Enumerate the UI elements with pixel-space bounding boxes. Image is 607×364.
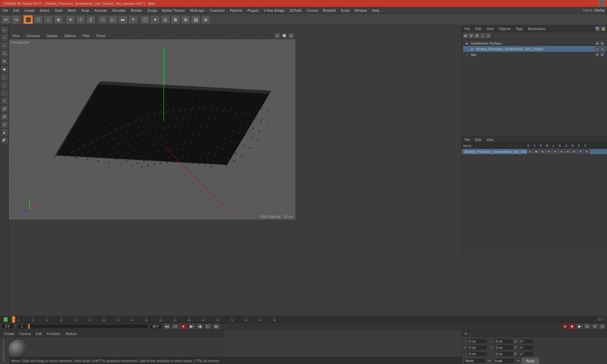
viewport-canvas[interactable]: View Cameras Display Options Filter Pane…	[9, 32, 295, 220]
menu-motion-tracker[interactable]: Motion Tracker	[159, 7, 187, 14]
keyframe-red-button[interactable]: ●	[562, 324, 568, 329]
record-button[interactable]: ●	[180, 324, 187, 329]
coord-h-field[interactable]: 0 °	[519, 339, 533, 344]
sidebar-move-tool[interactable]: ▷	[1, 26, 8, 33]
rp-icon-5[interactable]: ≡	[486, 33, 491, 38]
restore-button[interactable]: □	[599, 1, 604, 6]
attr-m-btn[interactable]: ●	[546, 149, 552, 154]
coord-z-rot-field[interactable]: 0 cm	[494, 351, 513, 356]
vp-lock-button[interactable]: 🔲	[281, 33, 287, 39]
menu-3dtall[interactable]: 3DToAll	[287, 7, 304, 14]
loop-button[interactable]: ↺	[591, 324, 598, 329]
play-reverse-button[interactable]: ◀	[196, 324, 203, 329]
attr-r-btn[interactable]: ●	[540, 149, 545, 154]
rp-lock-icon[interactable]: 🔒	[601, 26, 606, 31]
tree-item-subdivision[interactable]: ◆ Subdivision Surface ● ●	[463, 40, 606, 46]
coord-b-field[interactable]: 0 °	[519, 351, 533, 356]
menu-corona[interactable]: Corona	[304, 7, 320, 14]
attr-l-btn[interactable]: ●	[552, 149, 558, 154]
coord-p-field[interactable]: 0 °	[519, 345, 533, 350]
sidebar-poly-tool[interactable]: ⬡	[1, 50, 8, 57]
tree-item-sky[interactable]: ○ Sky ● ●	[463, 52, 606, 58]
menu-render[interactable]: Render	[128, 7, 145, 14]
render-active-button[interactable]: ▷	[108, 15, 118, 24]
menu-create[interactable]: Create	[22, 7, 37, 14]
menu-sculpt[interactable]: Sculpt	[145, 7, 160, 14]
menu-simulate[interactable]: Simulate	[110, 7, 128, 14]
end-frame-field[interactable]: 90 F	[150, 324, 162, 329]
tree-vis-sky[interactable]: ●	[595, 52, 599, 57]
sidebar-spline-tool[interactable]: ⋯	[1, 89, 8, 97]
fx-button[interactable]: ✿	[171, 15, 180, 24]
mat-menu-function[interactable]: Function	[46, 331, 61, 336]
rp-search-icon[interactable]: 🔍	[595, 26, 600, 31]
menu-pipeline[interactable]: Pipeline	[227, 7, 245, 14]
select-rect-button[interactable]: ⬡	[34, 15, 43, 24]
attr-v-btn[interactable]: ■	[533, 149, 539, 154]
tree-lock-sky[interactable]: ●	[600, 52, 604, 57]
rp-menu-tags[interactable]: Tags	[514, 26, 524, 31]
timeline-ruler[interactable]: 0 5 10 15 20 25 30 35 40 45 50 55 60 65 …	[11, 316, 594, 323]
tree-lock-subdivision[interactable]: ●	[600, 41, 604, 46]
menu-select[interactable]: Select	[37, 7, 52, 14]
material-button[interactable]: ⬡	[140, 15, 150, 24]
coord-x-rot-field[interactable]: 0 cm	[494, 339, 513, 344]
sidebar-circle-tool[interactable]: ○	[1, 42, 8, 49]
mat-menu-corona[interactable]: Corona	[18, 331, 32, 336]
rp-menu-bookmarks[interactable]: Bookmarks	[527, 26, 547, 31]
attr-x-btn[interactable]: ●	[584, 149, 590, 154]
light-button[interactable]: ✦	[150, 15, 160, 24]
attr-menu-edit[interactable]: Edit	[474, 137, 482, 142]
coord-world-dropdown[interactable]: World	[464, 358, 486, 364]
attr-s-btn[interactable]: ●	[527, 149, 533, 154]
undo-button[interactable]: ↩	[1, 15, 11, 24]
rp-icon-4[interactable]: ↕	[480, 33, 485, 38]
vp-config-button[interactable]: ≡	[288, 33, 294, 39]
menu-character[interactable]: Character	[207, 7, 227, 14]
rp-menu-edit[interactable]: Edit	[474, 26, 482, 31]
sidebar-point-tool[interactable]: ◆	[1, 65, 8, 73]
sidebar-edge-tool[interactable]: ⌂	[1, 73, 8, 81]
sidebar-add-tool[interactable]: ⊕	[1, 58, 8, 65]
settings-transport-button[interactable]: ≡	[599, 324, 606, 329]
tree-vis-screwdriver[interactable]: ●	[595, 47, 599, 51]
render-to-po-button[interactable]: ⏭	[118, 15, 128, 24]
coord-x-pos-field[interactable]: 0 cm	[468, 339, 487, 344]
current-frame-field[interactable]: 0 F	[1, 324, 14, 329]
next-frame-button[interactable]: ▷	[205, 324, 212, 329]
rp-icon-3[interactable]: ✖	[475, 33, 480, 38]
scale-button[interactable]: ⊙	[76, 15, 85, 24]
menu-mesh[interactable]: Mesh	[65, 7, 79, 14]
attr-g-btn[interactable]: ●	[565, 149, 571, 154]
play-button[interactable]: ▶	[188, 324, 195, 329]
sidebar-hook-tool[interactable]: 🔗	[1, 105, 8, 112]
rp-menu-file[interactable]: File	[463, 26, 471, 31]
coord-y-rot-field[interactable]: 0 cm	[494, 345, 513, 350]
menu-snap[interactable]: Snap	[79, 7, 92, 14]
sidebar-view-tool[interactable]: ⊙	[1, 121, 8, 128]
sidebar-snap-tool[interactable]: S	[1, 97, 8, 105]
sky-button[interactable]: ▤	[191, 15, 200, 24]
menu-script[interactable]: Script	[338, 7, 352, 14]
menu-edit[interactable]: Edit	[11, 7, 22, 14]
sidebar-paint-tool[interactable]: ◤	[1, 136, 8, 144]
goto-end-button[interactable]: ⏭	[213, 324, 220, 329]
vp-expand-button[interactable]: ⤢	[274, 33, 280, 39]
rp-icon-1[interactable]: ▶	[463, 33, 468, 38]
coord-y-pos-field[interactable]: 0 cm	[468, 345, 487, 350]
apply-button[interactable]: Apply	[522, 358, 539, 364]
prev-frame-button[interactable]: ◁	[172, 324, 179, 329]
mat-menu-create[interactable]: Create	[3, 331, 15, 336]
attr-d-btn[interactable]: ●	[571, 149, 577, 154]
render-settings-button[interactable]: ⚙	[128, 15, 138, 24]
vp-menu-options[interactable]: Options	[62, 33, 78, 38]
select-live-button[interactable]: ⬛	[23, 15, 33, 24]
attr-a-btn[interactable]: ●	[559, 149, 564, 154]
sidebar-grid-tool[interactable]: ⊞	[1, 113, 8, 120]
coord-z-pos-field[interactable]: 0 cm	[468, 351, 487, 356]
select-circle-button[interactable]: ○	[44, 15, 53, 24]
tree-item-screwdriver[interactable]: ⊞ Slotted_Precision_Screwdriver_Set_Clos…	[463, 46, 606, 52]
object-button[interactable]: ⊛	[201, 15, 211, 24]
coord-scale-dropdown[interactable]: Scale	[493, 358, 515, 364]
sidebar-polygon-tool[interactable]: ↕	[1, 81, 8, 89]
